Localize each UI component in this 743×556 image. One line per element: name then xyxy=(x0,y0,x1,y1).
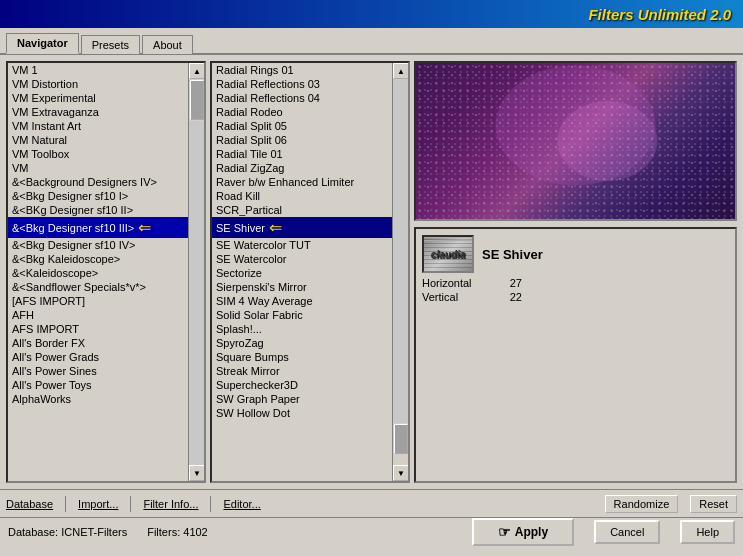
filter-name-box: claudia SE Shiver xyxy=(422,235,729,273)
svg-rect-5 xyxy=(416,63,735,219)
tab-about[interactable]: About xyxy=(142,35,193,54)
list-item[interactable]: Radial Rodeo xyxy=(212,105,392,119)
param-row: Horizontal 27 xyxy=(422,277,729,289)
list-item[interactable]: SW Hollow Dot xyxy=(212,406,392,420)
list-item[interactable]: &<Background Designers IV> xyxy=(8,175,188,189)
param-value: 22 xyxy=(492,291,522,303)
list-item[interactable]: Radial Rings 01 xyxy=(212,63,392,77)
filter-info-button[interactable]: Filter Info... xyxy=(143,498,198,510)
main-content: VM 1 VM Distortion VM Experimental VM Ex… xyxy=(0,55,743,489)
list-item[interactable]: Square Bumps xyxy=(212,350,392,364)
list-item[interactable]: SpyroZag xyxy=(212,336,392,350)
param-label: Horizontal xyxy=(422,277,492,289)
list-item[interactable]: Radial Tile 01 xyxy=(212,147,392,161)
tab-presets[interactable]: Presets xyxy=(81,35,140,54)
scroll-thumb[interactable] xyxy=(394,424,408,454)
list-item[interactable]: VM Natural xyxy=(8,133,188,147)
filter-logo: claudia xyxy=(422,235,474,273)
list-item[interactable]: &<BKg Designer sf10 II> xyxy=(8,203,188,217)
list-item[interactable]: Streak Mirror xyxy=(212,364,392,378)
middle-list: Radial Rings 01 Radial Reflections 03 Ra… xyxy=(212,63,392,481)
list-item[interactable]: Raver b/w Enhanced Limiter xyxy=(212,175,392,189)
scroll-down-arrow[interactable]: ▼ xyxy=(189,465,204,481)
scroll-down-arrow[interactable]: ▼ xyxy=(393,465,408,481)
list-item[interactable]: AFH xyxy=(8,308,188,322)
list-item[interactable]: AFS IMPORT xyxy=(8,322,188,336)
list-item[interactable]: Radial Split 06 xyxy=(212,133,392,147)
list-item[interactable]: SCR_Partical xyxy=(212,203,392,217)
scroll-up-arrow[interactable]: ▲ xyxy=(393,63,408,79)
database-label: Database: ICNET-Filters xyxy=(8,526,127,538)
middle-panel: Radial Rings 01 Radial Reflections 03 Ra… xyxy=(210,61,410,483)
list-item[interactable]: SW Graph Paper xyxy=(212,392,392,406)
list-item[interactable]: &<Sandflower Specials*v*> xyxy=(8,280,188,294)
list-item[interactable]: &<Bkg Kaleidoscope> xyxy=(8,252,188,266)
info-panel: claudia SE Shiver Horizontal 27 Vertical… xyxy=(414,227,737,483)
list-item[interactable]: &<Kaleidoscope> xyxy=(8,266,188,280)
param-value: 27 xyxy=(492,277,522,289)
list-item[interactable]: VM Experimental xyxy=(8,91,188,105)
params-section: Horizontal 27 Vertical 22 xyxy=(422,277,729,303)
list-item[interactable]: SE Watercolor TUT xyxy=(212,238,392,252)
list-item[interactable]: VM Distortion xyxy=(8,77,188,91)
middle-list-selected[interactable]: SE Shiver ⇐ xyxy=(212,217,392,238)
list-item[interactable]: All's Border FX xyxy=(8,336,188,350)
database-button[interactable]: Database xyxy=(6,498,53,510)
list-item[interactable]: Sierpenski's Mirror xyxy=(212,280,392,294)
tabs-bar: Navigator Presets About xyxy=(0,28,743,55)
list-item[interactable]: VM xyxy=(8,161,188,175)
import-button[interactable]: Import... xyxy=(78,498,118,510)
list-item[interactable]: VM Extravaganza xyxy=(8,105,188,119)
left-scrollbar[interactable]: ▲ ▼ xyxy=(188,63,204,481)
list-item[interactable]: All's Power Sines xyxy=(8,364,188,378)
list-item[interactable]: VM 1 xyxy=(8,63,188,77)
scroll-thumb[interactable] xyxy=(190,80,204,120)
list-item[interactable]: Radial Reflections 04 xyxy=(212,91,392,105)
right-panel: claudia SE Shiver Horizontal 27 Vertical… xyxy=(414,61,737,483)
title-bar-text: Filters Unlimited 2.0 xyxy=(588,6,731,23)
toolbar-divider xyxy=(65,496,66,512)
list-item[interactable]: SE Watercolor xyxy=(212,252,392,266)
title-bar: Filters Unlimited 2.0 xyxy=(0,0,743,28)
tab-navigator[interactable]: Navigator xyxy=(6,33,79,54)
list-item[interactable]: Road Kill xyxy=(212,189,392,203)
toolbar-divider xyxy=(130,496,131,512)
logo-text: claudia xyxy=(431,249,465,260)
list-item[interactable]: &<Bkg Designer sf10 IV> xyxy=(8,238,188,252)
filters-label: Filters: 4102 xyxy=(147,526,208,538)
param-label: Vertical xyxy=(422,291,492,303)
toolbar-divider xyxy=(210,496,211,512)
list-item[interactable]: AlphaWorks xyxy=(8,392,188,406)
list-item[interactable]: [AFS IMPORT] xyxy=(8,294,188,308)
list-item[interactable]: Radial ZigZag xyxy=(212,161,392,175)
preview-image xyxy=(414,61,737,221)
list-item[interactable]: Sectorize xyxy=(212,266,392,280)
list-item[interactable]: Splash!... xyxy=(212,322,392,336)
bottom-toolbar: Database Import... Filter Info... Editor… xyxy=(0,489,743,517)
scroll-up-arrow[interactable]: ▲ xyxy=(189,63,204,79)
reset-button[interactable]: Reset xyxy=(690,495,737,513)
cancel-button[interactable]: Cancel xyxy=(594,520,660,544)
param-row: Vertical 22 xyxy=(422,291,729,303)
list-item-selected[interactable]: &<Bkg Designer sf10 III> ⇐ xyxy=(8,217,188,238)
list-item[interactable]: VM Instant Art xyxy=(8,119,188,133)
list-item[interactable]: Radial Reflections 03 xyxy=(212,77,392,91)
help-button[interactable]: Help xyxy=(680,520,735,544)
list-item[interactable]: SIM 4 Way Average xyxy=(212,294,392,308)
apply-button[interactable]: Apply xyxy=(472,518,574,546)
list-item[interactable]: Solid Solar Fabric xyxy=(212,308,392,322)
left-panel: VM 1 VM Distortion VM Experimental VM Ex… xyxy=(6,61,206,483)
list-item[interactable]: Radial Split 05 xyxy=(212,119,392,133)
filter-title: SE Shiver xyxy=(482,247,543,262)
list-item[interactable]: All's Power Toys xyxy=(8,378,188,392)
editor-button[interactable]: Editor... xyxy=(223,498,260,510)
list-item[interactable]: &<Bkg Designer sf10 I> xyxy=(8,189,188,203)
status-bar: Database: ICNET-Filters Filters: 4102 Ap… xyxy=(0,517,743,545)
left-list: VM 1 VM Distortion VM Experimental VM Ex… xyxy=(8,63,188,481)
randomize-button[interactable]: Randomize xyxy=(605,495,679,513)
list-item[interactable]: Superchecker3D xyxy=(212,378,392,392)
list-item[interactable]: VM Toolbox xyxy=(8,147,188,161)
middle-scrollbar[interactable]: ▲ ▼ xyxy=(392,63,408,481)
list-item[interactable]: All's Power Grads xyxy=(8,350,188,364)
